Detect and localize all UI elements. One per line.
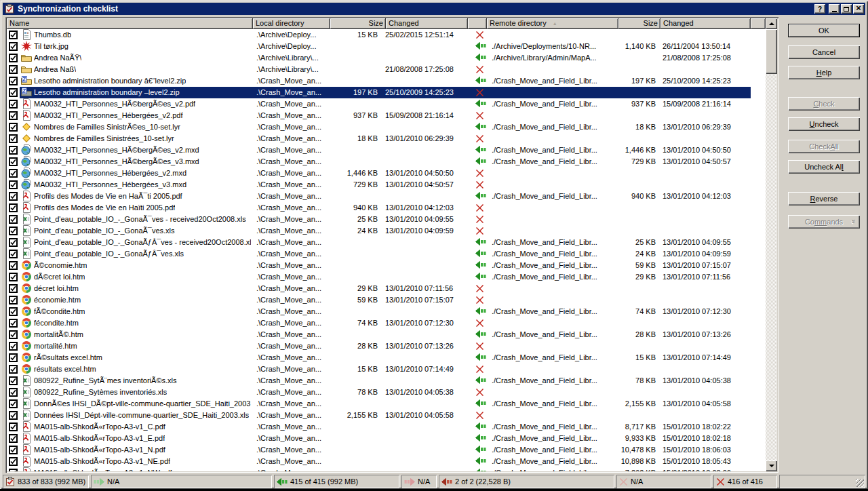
table-row[interactable]: mortalitÃ©.htm.\Crash_Move_an..../Crash_… bbox=[7, 329, 766, 340]
column-header-blank[interactable] bbox=[468, 18, 487, 29]
column-header-changed[interactable]: Changed bbox=[660, 18, 751, 29]
help-button[interactable]: Help bbox=[788, 66, 860, 79]
resize-grip-icon[interactable] bbox=[856, 479, 864, 487]
table-row[interactable]: Point_d'eau_potable_IO_-_GonaÃ¯ves - rec… bbox=[7, 214, 766, 225]
table-row[interactable]: mortalité.htm.\Crash_Move_an...28 KB13/0… bbox=[7, 340, 766, 352]
row-checkbox[interactable] bbox=[9, 284, 18, 293]
table-row[interactable]: Lesotho administration boundary –level2.… bbox=[7, 87, 766, 98]
row-checkbox[interactable] bbox=[9, 319, 18, 328]
table-row[interactable]: MA0032_HTI_Personnes_Hébergées_v3.mxd.\C… bbox=[7, 179, 766, 191]
table-row[interactable]: MA015-alb-ShkodÃ«rTopo-A3-v1_C.pdf.\Cras… bbox=[7, 421, 766, 433]
column-header-local-directory[interactable]: Local directory bbox=[253, 18, 330, 29]
row-checkbox[interactable] bbox=[9, 307, 18, 316]
row-checkbox[interactable] bbox=[9, 88, 18, 97]
check-all-button[interactable]: Check All bbox=[788, 140, 860, 153]
row-checkbox[interactable] bbox=[9, 180, 18, 189]
table-row[interactable]: Point_d'eau_potable_IO_-_GonaÃƒÂ¯ves - r… bbox=[7, 237, 766, 248]
table-row[interactable]: dÃ©cret loi.htm.\Crash_Move_an..../Crash… bbox=[7, 271, 766, 283]
table-row[interactable]: MA015-alb-ShkodÃ«rTopo-A3-v1_N.pdf.\Cras… bbox=[7, 444, 766, 456]
ok-button[interactable]: OK bbox=[788, 24, 860, 37]
table-row[interactable]: économie.htm.\Crash_Move_an...59 KB13/01… bbox=[7, 294, 766, 306]
uncheck-all-button[interactable]: Uncheck All bbox=[788, 160, 860, 174]
table-row[interactable]: MA0032_HTI_Personnes_HÃ©bergÃ©es_v2.pdf.… bbox=[7, 98, 766, 110]
table-row[interactable]: MA015-alb-ShkodÃ«rTopo-A3-v1_NE.pdf.\Cra… bbox=[7, 456, 766, 467]
scroll-up-button[interactable] bbox=[766, 18, 777, 29]
table-row[interactable]: Lesotho administration boundary â€“level… bbox=[7, 75, 766, 87]
table-row[interactable]: Nombres de Familles SinistrÃ©es_10-set.l… bbox=[7, 121, 766, 133]
table-row[interactable]: MA0032_HTI_Personnes_Hébergées_v2.mxd.\C… bbox=[7, 168, 766, 179]
close-button[interactable]: × bbox=[853, 4, 864, 14]
row-checkbox[interactable] bbox=[9, 54, 18, 62]
table-row[interactable]: Thumbs.db.\Archive\Deploy...15 KB25/02/2… bbox=[7, 29, 766, 41]
table-row[interactable]: MA015-alb-ShkodÃ«rTopo-A3-v1_NW.pdf.\Cra… bbox=[7, 467, 766, 471]
row-checkbox[interactable] bbox=[9, 457, 18, 466]
minimize-button[interactable] bbox=[829, 4, 840, 14]
row-checkbox[interactable] bbox=[9, 227, 18, 235]
table-row[interactable]: Point_d'eau_potable_IO_-_GonaÃ¯ves.xls.\… bbox=[7, 225, 766, 237]
row-checkbox[interactable] bbox=[9, 273, 18, 281]
table-row[interactable]: MA015-alb-ShkodÃ«rTopo-A3-v1_E.pdf.\Cras… bbox=[7, 433, 766, 444]
scrollbar-thumb[interactable] bbox=[766, 29, 777, 74]
row-checkbox[interactable] bbox=[9, 365, 18, 374]
row-checkbox[interactable] bbox=[9, 250, 18, 258]
row-checkbox[interactable] bbox=[9, 434, 18, 443]
column-header-remote-directory[interactable]: Remote directory▲ bbox=[487, 18, 618, 29]
table-row[interactable]: Andrea NaÃŸ\.\Archive\Library\..../Archi… bbox=[7, 52, 766, 64]
row-checkbox[interactable] bbox=[9, 123, 18, 132]
table-row[interactable]: MA0032_HTI_Personnes_Hébergées_v2.pdf.\C… bbox=[7, 110, 766, 121]
maximize-button[interactable] bbox=[841, 4, 852, 14]
row-checkbox[interactable] bbox=[9, 146, 18, 155]
row-checkbox[interactable] bbox=[9, 77, 18, 85]
scroll-down-button[interactable] bbox=[766, 460, 777, 471]
row-checkbox[interactable] bbox=[9, 296, 18, 305]
uncheck-button[interactable]: Uncheck bbox=[788, 117, 860, 131]
column-header-size[interactable]: Size bbox=[618, 18, 660, 29]
row-checkbox[interactable] bbox=[9, 215, 18, 224]
row-checkbox[interactable] bbox=[9, 192, 18, 201]
row-checkbox[interactable] bbox=[9, 65, 18, 74]
table-row[interactable]: Profils des Modes de Vie en HaÃ¯ti 2005.… bbox=[7, 191, 766, 202]
row-checkbox[interactable] bbox=[9, 376, 18, 385]
table-row[interactable]: Til tørk.jpg.\Archive\Deploy..../Archive… bbox=[7, 41, 766, 52]
row-checkbox[interactable] bbox=[9, 203, 18, 212]
reverse-button[interactable]: Reverse bbox=[788, 192, 860, 205]
row-checkbox[interactable] bbox=[9, 42, 18, 51]
row-checkbox[interactable] bbox=[9, 111, 18, 120]
row-checkbox[interactable] bbox=[9, 353, 18, 362]
table-row[interactable]: décret loi.htm.\Crash_Move_an...29 KB13/… bbox=[7, 283, 766, 294]
row-checkbox[interactable] bbox=[9, 446, 18, 454]
table-row[interactable]: Point_d'eau_potable_IO_-_GonaÃƒÂ¯ves.xls… bbox=[7, 248, 766, 260]
table-row[interactable]: rÃ©sultats excel.htm.\Crash_Move_an..../… bbox=[7, 352, 766, 364]
row-checkbox[interactable] bbox=[9, 157, 18, 166]
column-header-changed[interactable]: Changed bbox=[386, 18, 468, 29]
row-checkbox[interactable] bbox=[9, 342, 18, 351]
titlebar[interactable]: Synchronization checklist ?× bbox=[3, 3, 865, 15]
row-checkbox[interactable] bbox=[9, 423, 18, 431]
row-checkbox[interactable] bbox=[9, 31, 18, 39]
row-checkbox[interactable] bbox=[9, 169, 18, 178]
help-button[interactable]: ? bbox=[814, 4, 825, 14]
vertical-scrollbar[interactable] bbox=[766, 18, 777, 471]
table-row[interactable]: Nombres de Familles Sinistrées_10-set.ly… bbox=[7, 133, 766, 144]
table-row[interactable]: DonnÃ©es IHSI_DÃ©pt-ville-commune-quarti… bbox=[7, 398, 766, 410]
row-checkbox[interactable] bbox=[9, 330, 18, 339]
cancel-button[interactable]: Cancel bbox=[788, 45, 860, 59]
row-checkbox[interactable] bbox=[9, 411, 18, 420]
table-row[interactable]: Profils des Modes de Vie en Haïti 2005.p… bbox=[7, 202, 766, 214]
table-row[interactable]: Andrea Naß\.\Archive\Library\...21/08/20… bbox=[7, 64, 766, 75]
table-row[interactable]: fécondite.htm.\Crash_Move_an...74 KB13/0… bbox=[7, 317, 766, 329]
row-checkbox[interactable] bbox=[9, 261, 18, 270]
table-row[interactable]: MA0032_HTI_Personnes_HÃ©bergÃ©es_v2.mxd.… bbox=[7, 144, 766, 156]
row-checkbox[interactable] bbox=[9, 238, 18, 247]
row-checkbox[interactable] bbox=[9, 100, 18, 109]
row-checkbox[interactable] bbox=[9, 399, 18, 408]
table-row[interactable]: résultats excel.htm.\Crash_Move_an...15 … bbox=[7, 364, 766, 375]
column-header-blank[interactable] bbox=[751, 18, 766, 29]
column-header-name[interactable]: Name bbox=[7, 18, 253, 29]
table-row[interactable]: Données IHSI_Dépt-ville-commune-quartier… bbox=[7, 410, 766, 421]
table-row[interactable]: 080922_Rufine_Sytèmes inventoriés.xls.\C… bbox=[7, 387, 766, 398]
column-header-size[interactable]: Size bbox=[330, 18, 386, 29]
table-row[interactable]: fÃ©condite.htm.\Crash_Move_an..../Crash_… bbox=[7, 306, 766, 317]
row-checkbox[interactable] bbox=[9, 134, 18, 143]
table-row[interactable]: MA0032_HTI_Personnes_HÃ©bergÃ©es_v3.mxd.… bbox=[7, 156, 766, 168]
